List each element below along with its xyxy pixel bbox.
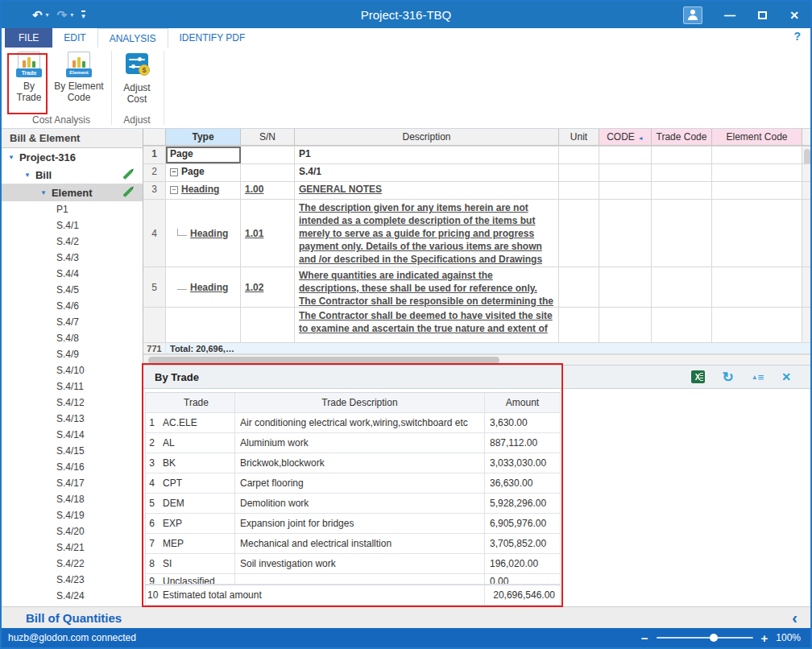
tree-leaf[interactable]: S.4/20 xyxy=(2,523,143,539)
tree-leaf[interactable]: S.4/16 xyxy=(2,459,143,475)
tree-node-bill[interactable]: ▼ Bill xyxy=(2,166,143,184)
tree-connector xyxy=(177,283,187,290)
tree-leaf[interactable]: S.4/11 xyxy=(2,378,143,395)
bill-of-quantities-bar: Bill of Quantities ‹ xyxy=(2,606,810,628)
table-row-clipped[interactable]: 9 Unclassified 0.00 xyxy=(145,574,561,585)
refresh-icon[interactable]: ↻ xyxy=(723,370,734,384)
tab-identify-pdf[interactable]: IDENTIFY PDF xyxy=(168,28,257,48)
scrollbar-thumb[interactable] xyxy=(148,357,499,364)
column-header-unit[interactable]: Unit xyxy=(559,129,599,146)
table-row[interactable]: 5 DEM Demolition work 5,928,296.00 xyxy=(145,494,561,514)
column-header-sn[interactable]: S/N xyxy=(241,129,295,146)
tree-leaf[interactable]: S.4/15 xyxy=(2,443,143,459)
table-row[interactable]: The Contractor shall be deemed to have v… xyxy=(143,308,810,343)
tree-leaf[interactable]: S.4/2 xyxy=(2,234,143,250)
tree-leaf[interactable]: S.4/14 xyxy=(2,427,143,443)
column-header-trade[interactable]: Trade xyxy=(158,393,235,412)
zoom-slider-handle[interactable] xyxy=(710,634,718,642)
dollar-icon: $ xyxy=(139,64,150,76)
close-button[interactable]: ✕ xyxy=(778,2,810,28)
edit-pencil-icon[interactable] xyxy=(122,188,132,197)
collapse-icon[interactable]: − xyxy=(170,168,178,176)
table-row[interactable]: 3 −Heading 1.00 GENERAL NOTES xyxy=(143,182,810,200)
tree-leaf[interactable]: S.4/8 xyxy=(2,330,143,346)
undo-dropdown-icon[interactable]: ▾ xyxy=(46,11,49,19)
tree-leaf[interactable]: S.4/6 xyxy=(2,298,143,314)
corner-cell xyxy=(143,129,166,146)
column-header-description[interactable]: Description xyxy=(295,129,559,146)
estimated-total-label: Estimated total amount xyxy=(158,585,485,605)
table-row[interactable]: 4 CPT Carpet flooring 36,630.00 xyxy=(145,473,561,494)
tree-leaf[interactable]: S.4/21 xyxy=(2,539,143,556)
column-header-element-code[interactable]: Element Code xyxy=(712,129,802,146)
table-row[interactable]: 8 SI Soil investigation work 196,020.00 xyxy=(145,554,561,574)
tree-node-project[interactable]: ▼ Project-316 xyxy=(2,148,143,166)
tab-edit[interactable]: EDIT xyxy=(52,28,97,48)
export-excel-icon[interactable]: X xyxy=(691,370,705,383)
column-header-amount[interactable]: Amount xyxy=(485,393,561,412)
user-account-button[interactable] xyxy=(683,6,702,24)
tree-leaf[interactable]: S.4/13 xyxy=(2,411,143,427)
customize-toolbar-icon[interactable]: ▾ xyxy=(81,10,85,20)
column-header-type[interactable]: Type xyxy=(166,129,241,146)
maximize-button[interactable] xyxy=(746,2,778,28)
panel-close-icon[interactable]: ✕ xyxy=(781,371,791,382)
tree-leaf[interactable]: S.4/4 xyxy=(2,266,143,282)
user-icon xyxy=(690,10,695,14)
table-row[interactable]: 2 AL Aluminium work 887,112.00 xyxy=(145,433,561,453)
scrollbar-thumb[interactable] xyxy=(804,149,810,163)
total-row: 771 Total: 20,696,… xyxy=(143,343,810,354)
tree-leaf[interactable]: S.4/10 xyxy=(2,362,143,378)
table-row[interactable]: 1 Page P1 xyxy=(143,147,810,164)
table-row[interactable]: 3 BK Brickwok,blockwork 3,033,030.00 xyxy=(145,453,561,473)
tab-file[interactable]: FILE xyxy=(5,28,52,48)
column-header-trade-description[interactable]: Trade Description xyxy=(235,393,485,412)
tree-node-element[interactable]: ▼ Element xyxy=(2,184,143,201)
by-trade-button[interactable]: Trade ByTrade xyxy=(6,52,52,103)
zoom-in-button[interactable]: + xyxy=(761,631,768,645)
help-button[interactable]: ? xyxy=(793,30,801,43)
tree-leaf[interactable]: S.4/9 xyxy=(2,346,143,362)
tree-leaf[interactable]: S.4/12 xyxy=(2,395,143,411)
adjust-cost-button[interactable]: $ AdjustCost xyxy=(114,52,160,105)
tree-leaf[interactable]: S.4/22 xyxy=(2,556,143,572)
filter-icon[interactable]: ◄ xyxy=(638,135,644,141)
vertical-scrollbar[interactable] xyxy=(802,129,810,146)
table-row[interactable]: 7 MEP Mechanical and electrical installt… xyxy=(145,534,561,554)
tree-leaf[interactable]: S.4/18 xyxy=(2,491,143,507)
undo-icon[interactable]: ↶ xyxy=(32,9,43,21)
tree-leaf[interactable]: S.4/7 xyxy=(2,314,143,330)
zoom-out-button[interactable]: − xyxy=(641,631,648,645)
table-row[interactable]: 1 AC.ELE Air conditioning electrical wor… xyxy=(145,413,561,433)
tree-expand-icon[interactable]: ▼ xyxy=(24,172,31,179)
horizontal-scrollbar[interactable] xyxy=(143,354,810,365)
total-label: Total: 20,696,… xyxy=(166,343,810,353)
edit-pencil-icon[interactable] xyxy=(122,170,132,180)
tab-analysis[interactable]: ANALYSIS xyxy=(97,28,168,48)
tree-leaf[interactable]: S.4/24 xyxy=(2,588,143,604)
tree-leaf[interactable]: S.4/3 xyxy=(2,250,143,266)
by-element-code-button[interactable]: Element By ElementCode xyxy=(53,52,105,103)
column-header-trade-code[interactable]: Trade Code xyxy=(652,129,712,146)
table-row[interactable]: 5 Heading 1.02 Where quantities are indi… xyxy=(143,267,810,308)
collapse-icon[interactable]: − xyxy=(170,186,178,194)
selected-cell[interactable]: Page xyxy=(166,147,241,163)
table-row[interactable]: 6 EXP Expansion joint for bridges 6,905,… xyxy=(145,514,561,534)
collapse-chevron-icon[interactable]: ‹ xyxy=(792,610,810,626)
status-bar: huzb@glodon.com connected − + 100% xyxy=(2,628,810,647)
tree-expand-icon[interactable]: ▼ xyxy=(40,189,47,196)
tree-leaf[interactable]: S.4/19 xyxy=(2,507,143,523)
table-row[interactable]: 4 Heading 1.01 The description given for… xyxy=(143,200,810,267)
tree-leaf-p1[interactable]: P1 xyxy=(2,201,143,217)
tree-leaf[interactable]: S.4/5 xyxy=(2,282,143,298)
tree-leaf[interactable]: S.4/1 xyxy=(2,217,143,234)
ribbon-separator xyxy=(164,51,164,125)
column-header-code[interactable]: CODE◄ xyxy=(599,129,652,146)
sort-icon[interactable]: ▲≡ xyxy=(752,371,764,383)
table-row[interactable]: 2 −Page S.4/1 xyxy=(143,164,810,182)
zoom-slider[interactable] xyxy=(657,637,753,639)
tree-expand-icon[interactable]: ▼ xyxy=(8,154,14,161)
minimize-button[interactable]: — xyxy=(714,2,746,28)
tree-leaf[interactable]: S.4/23 xyxy=(2,572,143,588)
tree-leaf[interactable]: S.4/17 xyxy=(2,475,143,491)
